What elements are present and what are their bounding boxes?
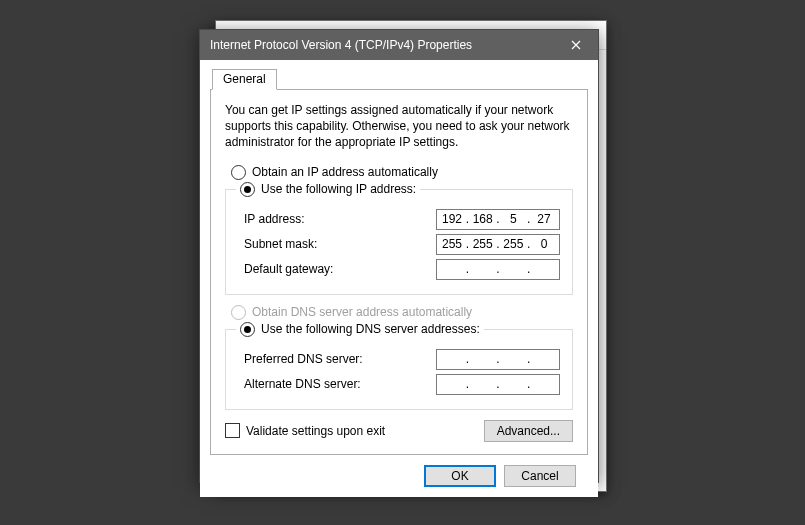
dialog-button-bar: OK Cancel bbox=[210, 455, 588, 487]
intro-text: You can get IP settings assigned automat… bbox=[225, 102, 573, 151]
radio-dns-auto: Obtain DNS server address automatically bbox=[231, 305, 573, 320]
radio-ip-auto[interactable]: Obtain an IP address automatically bbox=[231, 165, 573, 180]
properties-dialog: Internet Protocol Version 4 (TCP/IPv4) P… bbox=[199, 29, 599, 483]
preferred-dns-octet-1[interactable] bbox=[439, 352, 465, 366]
titlebar: Internet Protocol Version 4 (TCP/IPv4) P… bbox=[200, 30, 598, 60]
label-validate: Validate settings upon exit bbox=[246, 424, 385, 438]
label-alternate-dns: Alternate DNS server: bbox=[238, 377, 436, 391]
radio-dns-manual[interactable]: Use the following DNS server addresses: bbox=[240, 322, 480, 337]
bottom-row: Validate settings upon exit Advanced... bbox=[225, 420, 573, 442]
label-subnet-mask: Subnet mask: bbox=[238, 237, 436, 251]
client-area: General You can get IP settings assigned… bbox=[200, 60, 598, 497]
subnet-octet-1[interactable] bbox=[439, 237, 465, 251]
group-dns-manual: Use the following DNS server addresses: … bbox=[225, 322, 573, 410]
row-alternate-dns: Alternate DNS server: . . . bbox=[238, 374, 560, 395]
gateway-octet-1[interactable] bbox=[439, 262, 465, 276]
advanced-button[interactable]: Advanced... bbox=[484, 420, 573, 442]
tab-panel-general: You can get IP settings assigned automat… bbox=[210, 89, 588, 455]
radio-ip-manual[interactable]: Use the following IP address: bbox=[240, 182, 416, 197]
input-subnet-mask[interactable]: . . . bbox=[436, 234, 560, 255]
row-subnet-mask: Subnet mask: . . . bbox=[238, 234, 560, 255]
close-icon bbox=[571, 40, 581, 50]
subnet-octet-2[interactable] bbox=[470, 237, 496, 251]
window-title: Internet Protocol Version 4 (TCP/IPv4) P… bbox=[210, 38, 554, 52]
gateway-octet-3[interactable] bbox=[500, 262, 526, 276]
row-default-gateway: Default gateway: . . . bbox=[238, 259, 560, 280]
group-ip-manual: Use the following IP address: IP address… bbox=[225, 182, 573, 295]
gateway-octet-2[interactable] bbox=[470, 262, 496, 276]
cancel-button[interactable]: Cancel bbox=[504, 465, 576, 487]
subnet-octet-4[interactable] bbox=[531, 237, 557, 251]
label-default-gateway: Default gateway: bbox=[238, 262, 436, 276]
input-preferred-dns[interactable]: . . . bbox=[436, 349, 560, 370]
radio-ip-auto-label: Obtain an IP address automatically bbox=[252, 165, 438, 179]
ip-address-octet-4[interactable] bbox=[531, 212, 557, 226]
checkbox-validate[interactable] bbox=[225, 423, 240, 438]
ok-button[interactable]: OK bbox=[424, 465, 496, 487]
input-alternate-dns[interactable]: . . . bbox=[436, 374, 560, 395]
input-ip-address[interactable]: . . . bbox=[436, 209, 560, 230]
radio-ip-manual-label: Use the following IP address: bbox=[261, 182, 416, 196]
label-preferred-dns: Preferred DNS server: bbox=[238, 352, 436, 366]
alternate-dns-octet-2[interactable] bbox=[470, 377, 496, 391]
close-button[interactable] bbox=[554, 30, 598, 60]
input-default-gateway[interactable]: . . . bbox=[436, 259, 560, 280]
label-ip-address: IP address: bbox=[238, 212, 436, 226]
radio-icon bbox=[231, 165, 246, 180]
ip-address-octet-3[interactable] bbox=[500, 212, 526, 226]
preferred-dns-octet-2[interactable] bbox=[470, 352, 496, 366]
preferred-dns-octet-4[interactable] bbox=[531, 352, 557, 366]
radio-icon bbox=[240, 322, 255, 337]
radio-dns-manual-label: Use the following DNS server addresses: bbox=[261, 322, 480, 336]
alternate-dns-octet-1[interactable] bbox=[439, 377, 465, 391]
alternate-dns-octet-3[interactable] bbox=[500, 377, 526, 391]
alternate-dns-octet-4[interactable] bbox=[531, 377, 557, 391]
radio-dns-auto-label: Obtain DNS server address automatically bbox=[252, 305, 472, 319]
radio-icon bbox=[231, 305, 246, 320]
ip-address-octet-2[interactable] bbox=[470, 212, 496, 226]
subnet-octet-3[interactable] bbox=[500, 237, 526, 251]
preferred-dns-octet-3[interactable] bbox=[500, 352, 526, 366]
tabstrip: General bbox=[210, 68, 588, 90]
radio-icon bbox=[240, 182, 255, 197]
row-preferred-dns: Preferred DNS server: . . . bbox=[238, 349, 560, 370]
tab-general[interactable]: General bbox=[212, 69, 277, 90]
gateway-octet-4[interactable] bbox=[531, 262, 557, 276]
row-ip-address: IP address: . . . bbox=[238, 209, 560, 230]
ip-address-octet-1[interactable] bbox=[439, 212, 465, 226]
